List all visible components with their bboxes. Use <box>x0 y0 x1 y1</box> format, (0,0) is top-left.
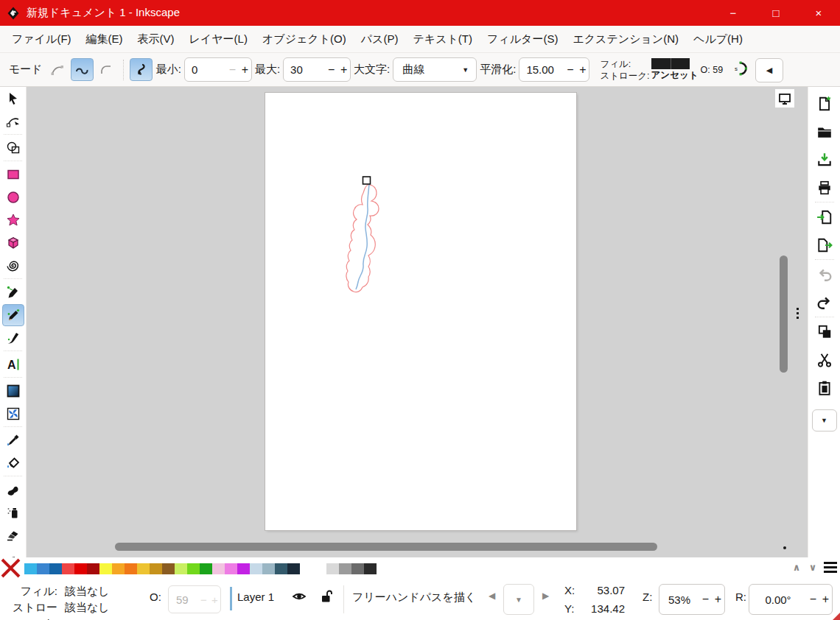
palette-scroll-down-icon[interactable]: ∨ <box>805 562 821 573</box>
palette-swatch[interactable] <box>24 563 37 574</box>
message-history-button[interactable]: ▼ <box>503 584 534 615</box>
min-decrement[interactable]: − <box>226 63 239 77</box>
tweak-tool[interactable] <box>2 479 24 501</box>
selector-tool[interactable] <box>2 88 24 110</box>
palette-swatch[interactable] <box>37 563 49 574</box>
min-value[interactable]: 0 <box>185 63 226 76</box>
minimize-button[interactable]: − <box>712 0 755 26</box>
close-button[interactable]: × <box>797 0 840 26</box>
zoom-spinbox[interactable]: 53% − + <box>659 584 725 615</box>
open-file-button[interactable] <box>816 124 833 140</box>
horizontal-scrollbar[interactable] <box>115 543 657 551</box>
palette-swatch[interactable] <box>250 563 262 574</box>
palette-swatch[interactable] <box>225 563 237 574</box>
palette-scroll-up-icon[interactable]: ∧ <box>788 562 805 573</box>
paste-button[interactable] <box>816 380 833 396</box>
undo-button[interactable] <box>816 267 833 283</box>
palette-swatch[interactable] <box>339 563 351 574</box>
rotation-value[interactable]: 0.00° <box>749 593 807 606</box>
rotation-decrement[interactable]: − <box>807 593 819 606</box>
next-message-button[interactable]: ▶ <box>542 591 549 601</box>
max-value[interactable]: 30 <box>284 63 325 76</box>
max-increment[interactable]: + <box>337 63 350 77</box>
box3d-tool[interactable] <box>2 232 24 254</box>
connector-tool[interactable] <box>2 547 24 557</box>
palette-swatch[interactable] <box>275 563 287 574</box>
new-document-button[interactable] <box>816 96 833 112</box>
canvas[interactable] <box>27 87 808 557</box>
menu-edit[interactable]: 編集(E) <box>79 26 130 52</box>
more-commands-button[interactable]: ▼ <box>812 409 837 431</box>
zoom-increment[interactable]: + <box>712 593 724 606</box>
layer-visibility-button[interactable] <box>292 589 307 606</box>
menu-layer[interactable]: レイヤー(L) <box>182 26 255 52</box>
palette-swatch[interactable] <box>49 563 62 574</box>
menu-extensions[interactable]: エクステンション(N) <box>565 26 686 52</box>
color-managed-view-button[interactable] <box>775 89 794 108</box>
calligraphy-tool[interactable] <box>2 327 24 349</box>
duplicate-button[interactable] <box>816 324 833 340</box>
menu-path[interactable]: パス(P) <box>354 26 406 52</box>
opacity-value[interactable]: 59 <box>169 593 198 606</box>
min-spinbox[interactable]: 0 − + <box>184 57 252 82</box>
shape-builder-tool[interactable] <box>2 137 24 159</box>
palette-swatch[interactable] <box>87 563 99 574</box>
statusbar-fill-value[interactable]: 該当なし <box>65 583 110 599</box>
straight-mode-button[interactable] <box>95 58 118 81</box>
print-button[interactable] <box>816 180 833 196</box>
smoothing-value[interactable]: 15.00 <box>519 63 564 76</box>
snap-toggle-button[interactable]: s <box>732 60 748 80</box>
palette-swatch[interactable] <box>287 563 300 574</box>
min-increment[interactable]: + <box>239 63 251 77</box>
layer-lock-button[interactable] <box>320 589 333 606</box>
node-tool[interactable] <box>2 110 24 133</box>
palette-swatch[interactable] <box>187 563 200 574</box>
text-tool[interactable]: A <box>2 353 24 376</box>
palette-swatch[interactable] <box>200 563 212 574</box>
smoothing-increment[interactable]: + <box>576 63 589 77</box>
palette-menu-icon[interactable] <box>824 560 837 575</box>
spray-tool[interactable] <box>2 501 24 524</box>
save-document-button[interactable] <box>816 152 833 168</box>
no-color-swatch[interactable] <box>1 558 21 578</box>
layer-selector[interactable]: Layer 1 <box>237 591 274 603</box>
palette-swatch[interactable] <box>150 563 162 574</box>
star-tool[interactable] <box>2 209 24 231</box>
palette-swatch[interactable] <box>326 563 339 574</box>
max-spinbox[interactable]: 30 − + <box>283 57 351 82</box>
palette-swatch[interactable] <box>137 563 150 574</box>
caps-dropdown[interactable]: 曲線 ▼ <box>393 57 477 82</box>
palette-swatch[interactable] <box>162 563 175 574</box>
palette-swatch[interactable] <box>99 563 112 574</box>
palette-swatch[interactable] <box>125 563 137 574</box>
max-decrement[interactable]: − <box>325 63 337 77</box>
spiro-mode-button[interactable] <box>71 58 94 81</box>
maximize-button[interactable]: □ <box>755 0 797 26</box>
mesh-tool[interactable] <box>2 403 24 425</box>
bezier-mode-button[interactable] <box>46 58 69 81</box>
pencil-tool[interactable] <box>2 304 24 326</box>
ellipse-tool[interactable] <box>2 186 24 208</box>
palette-swatch[interactable] <box>364 563 377 574</box>
opacity-increment[interactable]: + <box>209 593 220 606</box>
vertical-scrollbar[interactable] <box>780 256 788 373</box>
menu-help[interactable]: ヘルプ(H) <box>686 26 750 52</box>
palette-swatch[interactable] <box>237 563 250 574</box>
eraser-tool[interactable] <box>2 524 24 546</box>
menu-file[interactable]: ファイル(F) <box>4 26 79 52</box>
rotation-spinbox[interactable]: 0.00° − + <box>749 584 833 615</box>
palette-swatch[interactable] <box>112 563 125 574</box>
menu-filters[interactable]: フィルター(S) <box>480 26 565 52</box>
cut-button[interactable] <box>816 352 833 368</box>
pen-tool[interactable] <box>2 281 24 303</box>
import-button[interactable] <box>816 209 833 225</box>
palette-swatch[interactable] <box>175 563 187 574</box>
smoothing-decrement[interactable]: − <box>564 63 576 77</box>
palette-swatch[interactable] <box>351 563 364 574</box>
fill-color-swatch[interactable] <box>651 58 690 69</box>
statusbar-stroke-value[interactable]: 該当なし <box>65 599 110 616</box>
menu-object[interactable]: オブジェクト(O) <box>255 26 354 52</box>
menu-view[interactable]: 表示(V) <box>130 26 182 52</box>
redo-button[interactable] <box>816 295 833 311</box>
rectangle-tool[interactable] <box>2 163 24 186</box>
